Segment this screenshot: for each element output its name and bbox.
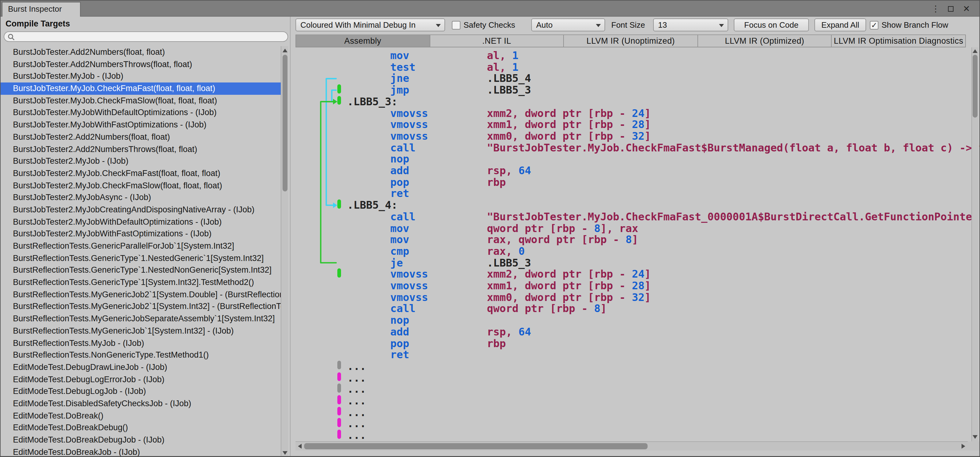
scroll-right-icon[interactable] xyxy=(961,444,965,449)
compile-target-item[interactable]: BurstJobTester.Add2Numbers(float, float) xyxy=(1,46,281,58)
compile-target-item[interactable]: EditModeTest.DoBreak() xyxy=(1,409,281,422)
font-size-label: Font Size xyxy=(611,19,645,31)
asm-label: .LBB5_4: xyxy=(347,199,398,211)
asm-token: dword xyxy=(525,107,556,119)
code-hscrollbar-thumb[interactable] xyxy=(304,443,648,449)
compile-target-item[interactable]: BurstJobTester.MyJob - (IJob) xyxy=(1,70,281,83)
asm-token: qword xyxy=(487,222,518,234)
compile-target-item[interactable]: EditModeTest.DebugLogJob - (IJob) xyxy=(1,385,281,398)
compile-target-item[interactable]: BurstJobTester.MyJob.CheckFmaSlow(float,… xyxy=(1,95,281,107)
compile-target-item[interactable]: BurstReflectionTests.MyGenericJob2`1[Sys… xyxy=(1,301,281,313)
compile-target-item[interactable]: BurstReflectionTests.GenericType`1.Neste… xyxy=(1,252,281,264)
asm-operands: al, 1 xyxy=(487,61,518,73)
asm-collapsed-line[interactable]: ... xyxy=(296,418,980,430)
compile-target-item[interactable]: BurstJobTester2.MyJobAsync - (IJob) xyxy=(1,192,281,204)
asm-collapsed-line[interactable]: ... xyxy=(296,406,980,418)
compile-target-item[interactable]: BurstReflectionTests.NonGenericType.Test… xyxy=(1,349,281,361)
maximize-icon[interactable] xyxy=(944,1,957,17)
scroll-left-icon[interactable] xyxy=(298,444,302,449)
asm-collapsed-line[interactable]: ... xyxy=(296,361,980,372)
compile-targets-title: Compile Targets xyxy=(6,19,70,28)
asm-token: 1 xyxy=(512,49,519,62)
code-generation-dropdown[interactable]: Coloured With Minimal Debug In xyxy=(296,19,445,31)
search-input[interactable] xyxy=(17,32,281,41)
compile-target-item[interactable]: BurstJobTester.MyJob.CheckFmaFast(float,… xyxy=(1,83,281,94)
compile-target-item[interactable]: BurstJobTester2.Add2NumbersThrows(float,… xyxy=(1,143,281,155)
compile-target-item[interactable]: EditModeTest.DebugLogErrorJob - (IJob) xyxy=(1,373,281,385)
panel-divider[interactable] xyxy=(290,17,291,457)
compile-target-item[interactable]: BurstReflectionTests.GenericParallelForJ… xyxy=(1,240,281,252)
asm-token: 24 xyxy=(632,268,644,280)
asm-token: 8 xyxy=(626,233,632,245)
expand-all-button[interactable]: Expand All xyxy=(815,19,866,31)
asm-token: ], xyxy=(600,222,619,234)
compile-target-item[interactable]: EditModeTest.DoBreakJob - (IJob) xyxy=(1,446,281,457)
compile-target-item[interactable]: BurstReflectionTests.MyGenericJob`1[Syst… xyxy=(1,325,281,337)
asm-mnemonic: nop xyxy=(390,154,409,165)
asm-token: 8 xyxy=(594,222,600,234)
compile-target-item[interactable]: BurstJobTester2.MyJobWithFastOptimizatio… xyxy=(1,228,281,240)
safety-checks-mode-dropdown[interactable]: Auto xyxy=(531,19,605,31)
scroll-up-icon[interactable] xyxy=(973,49,978,53)
compile-target-item[interactable]: EditModeTest.DoBreakDebug() xyxy=(1,422,281,434)
asm-token: xmm2 xyxy=(487,268,512,280)
asm-token: 32 xyxy=(632,291,644,303)
asm-collapsed-line[interactable]: ... xyxy=(296,395,980,406)
targets-scrollbar[interactable] xyxy=(281,46,288,457)
close-icon[interactable]: ✕ xyxy=(960,1,973,17)
compile-target-item[interactable]: BurstReflectionTests.GenericType`1.Neste… xyxy=(1,264,281,276)
scroll-up-icon[interactable] xyxy=(283,49,288,52)
asm-mnemonic: test xyxy=(390,61,415,73)
compile-target-item[interactable]: BurstJobTester2.MyJobWithDefaultOptimiza… xyxy=(1,216,281,228)
asm-token: , xyxy=(512,130,525,142)
asm-collapsed-line[interactable]: ... xyxy=(296,430,980,441)
compile-target-item[interactable]: BurstJobTester.MyJobWithDefaultOptimizat… xyxy=(1,107,281,119)
focus-on-code-button[interactable]: Focus on Code xyxy=(734,19,809,31)
tab-assembly[interactable]: Assembly xyxy=(296,35,430,47)
scroll-down-icon[interactable] xyxy=(283,451,288,455)
show-branch-flow-checkbox[interactable] xyxy=(870,21,878,30)
compile-target-item[interactable]: EditModeTest.DisabledSafetyChecksJob - (… xyxy=(1,398,281,409)
compile-target-item[interactable]: BurstReflectionTests.MyJob - (IJob) xyxy=(1,337,281,349)
asm-operands: xmm2, dword ptr [rbp - 24] xyxy=(487,269,651,280)
asm-token xyxy=(556,291,563,303)
compile-target-item[interactable]: EditModeTest.DebugDrawLineJob - (IJob) xyxy=(1,361,281,373)
tab-net-il[interactable]: .NET IL xyxy=(430,35,564,47)
compile-target-item[interactable]: BurstJobTester2.MyJob.CheckFmaSlow(float… xyxy=(1,180,281,191)
compile-target-item[interactable]: EditModeTest.DoBreakDebugJob - (IJob) xyxy=(1,434,281,446)
asm-mnemonic: vmovss xyxy=(390,131,428,142)
asm-token: rax xyxy=(619,222,638,234)
targets-scrollbar-thumb[interactable] xyxy=(282,55,287,191)
collapsed-ellipsis: ... xyxy=(347,361,366,372)
asm-token: , xyxy=(506,164,518,177)
compile-target-item[interactable]: BurstJobTester2.Add2Numbers(float, float… xyxy=(1,131,281,143)
compile-target-item[interactable]: BurstJobTester2.MyJobCreatingAndDisposin… xyxy=(1,204,281,216)
asm-token xyxy=(556,279,563,292)
safety-checks-checkbox[interactable] xyxy=(452,21,460,30)
window-tab-burst-inspector[interactable]: Burst Inspector xyxy=(2,2,81,17)
asm-token xyxy=(556,118,563,131)
asm-mnemonic: nop xyxy=(390,315,409,326)
tab-llvm-ir-optimized[interactable]: LLVM IR (Optimized) xyxy=(698,35,832,47)
search-box[interactable] xyxy=(4,31,288,42)
scroll-down-icon[interactable] xyxy=(973,435,978,439)
font-size-dropdown[interactable]: 13 xyxy=(653,19,728,31)
code-vscrollbar-thumb[interactable] xyxy=(973,55,978,118)
asm-operands: xmm1, dword ptr [rbp - 28] xyxy=(487,280,651,291)
compile-target-item[interactable]: BurstJobTester.Add2NumbersThrows(float, … xyxy=(1,58,281,70)
window-menu-icon[interactable]: ⋮ xyxy=(929,1,942,17)
compile-target-item[interactable]: BurstJobTester2.MyJob.CheckFmaFast(float… xyxy=(1,167,281,180)
search-icon xyxy=(7,33,15,41)
compile-target-item[interactable]: BurstJobTester2.MyJob - (IJob) xyxy=(1,155,281,167)
tab-llvm-ir-unoptimized[interactable]: LLVM IR (Unoptimized) xyxy=(564,35,698,47)
asm-collapsed-line[interactable]: ... xyxy=(296,384,980,395)
compile-target-item[interactable]: BurstReflectionTests.MyGenericJob2`1[Sys… xyxy=(1,289,281,301)
code-hscrollbar[interactable] xyxy=(296,441,968,451)
asm-collapsed-line[interactable]: ... xyxy=(296,372,980,384)
tab-llvm-ir-optimisation-diagnostics[interactable]: LLVM IR Optimisation Diagnostics xyxy=(832,35,966,47)
block-marker xyxy=(337,96,341,105)
compile-target-item[interactable]: BurstJobTester.MyJobWithFastOptimization… xyxy=(1,119,281,131)
code-vscrollbar[interactable] xyxy=(971,48,978,441)
compile-target-item[interactable]: BurstReflectionTests.GenericType`1[Syste… xyxy=(1,276,281,288)
compile-target-item[interactable]: BurstReflectionTests.MyGenericJobSeparat… xyxy=(1,313,281,325)
